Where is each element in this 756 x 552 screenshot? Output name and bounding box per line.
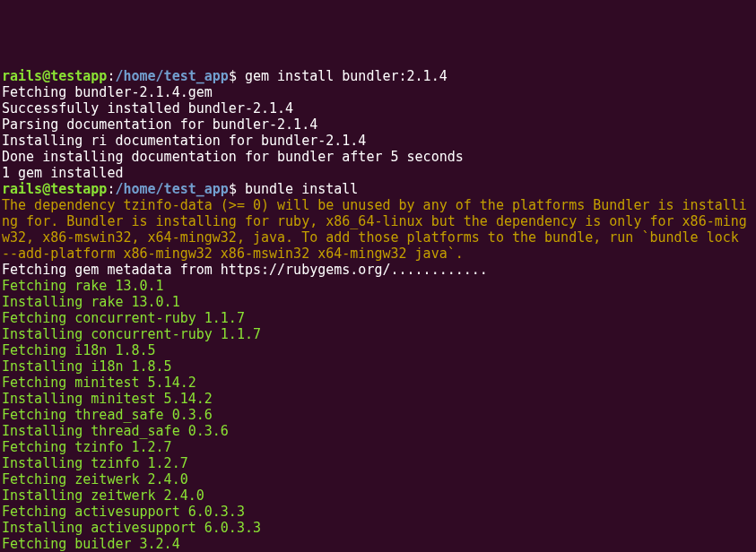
terminal-output[interactable]: rails@testapp:/home/test_app$ gem instal… [2,68,754,552]
gem-line: Installing activesupport 6.0.3.3 [2,520,754,536]
gem-line: Installing zeitwerk 2.4.0 [2,487,754,504]
gem-line: Fetching minitest 5.14.2 [2,375,754,391]
prompt-user: rails@testapp [2,68,107,84]
gem-line: Installing i18n 1.8.5 [2,358,754,375]
output-line: Done installing documentation for bundle… [2,149,754,165]
gem-line: Installing minitest 5.14.2 [2,391,754,407]
prompt-dollar: $ [229,181,245,197]
gem-line: Installing rake 13.0.1 [2,294,754,310]
gem-line: Fetching rake 13.0.1 [2,278,754,294]
gem-line: Fetching i18n 1.8.5 [2,342,754,358]
gem-line: Fetching zeitwerk 2.4.0 [2,471,754,487]
output-line: Parsing documentation for bundler-2.1.4 [2,116,754,133]
output-line: Successfully installed bundler-2.1.4 [2,100,754,116]
prompt-user: rails@testapp [2,181,107,197]
command-text: bundle install [245,181,358,197]
prompt-line-1: rails@testapp:/home/test_app$ gem instal… [2,68,754,84]
prompt-line-2: rails@testapp:/home/test_app$ bundle ins… [2,181,754,197]
gem-line: Fetching concurrent-ruby 1.1.7 [2,310,754,326]
output-line: Fetching bundler-2.1.4.gem [2,84,754,100]
gem-line: Fetching tzinfo 1.2.7 [2,439,754,455]
command-text: gem install bundler:2.1.4 [245,68,448,84]
warning-text: The dependency tzinfo-data (>= 0) will b… [2,197,747,262]
output-line: Installing ri documentation for bundler-… [2,133,754,149]
gem-line: Fetching activesupport 6.0.3.3 [2,504,754,520]
prompt-path: /home/test_app [115,68,228,84]
prompt-path: /home/test_app [115,181,228,197]
gem-line: Installing thread_safe 0.3.6 [2,423,754,439]
gem-line: Fetching thread_safe 0.3.6 [2,407,754,423]
output-line: 1 gem installed [2,165,754,181]
gem-line: Installing tzinfo 1.2.7 [2,455,754,471]
gem-line: Fetching builder 3.2.4 [2,536,754,552]
prompt-dollar: $ [229,68,245,84]
metadata-fetch-line: Fetching gem metadata from https://rubyg… [2,262,754,278]
gem-line: Installing concurrent-ruby 1.1.7 [2,326,754,342]
